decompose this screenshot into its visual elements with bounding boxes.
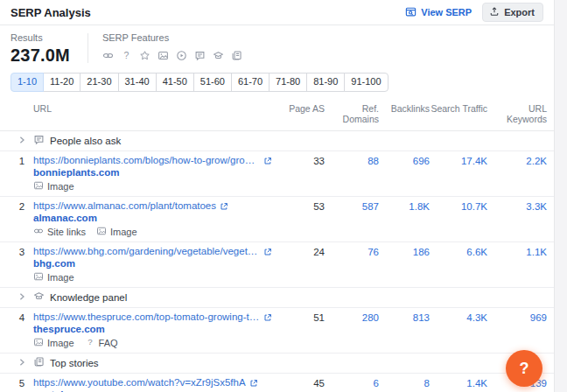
pagination-tab-81-90[interactable]: 81-90 bbox=[306, 73, 345, 92]
metric-page-as: 45 bbox=[281, 377, 325, 389]
serp-feature-row[interactable]: Knowledge panel bbox=[0, 288, 554, 308]
url-cell: https://www.thespruce.com/top-tomato-gro… bbox=[33, 312, 281, 349]
pagination-tab-61-70[interactable]: 61-70 bbox=[231, 73, 270, 92]
column-header-url-keywords: URL Keywords bbox=[487, 103, 547, 124]
feature-tag: Image bbox=[96, 226, 137, 238]
serp-feature-cell: People also ask bbox=[33, 134, 281, 148]
pagination-tab-1-10[interactable]: 1-10 bbox=[10, 73, 44, 92]
url-text[interactable]: https://www.almanac.com/plant/tomatoes bbox=[33, 200, 216, 212]
metric-backlinks[interactable]: 813 bbox=[379, 312, 430, 324]
metric-ref-domains[interactable]: 280 bbox=[325, 312, 379, 324]
external-link-icon[interactable] bbox=[263, 313, 272, 322]
domain-link[interactable]: bonnieplants.com bbox=[33, 167, 272, 178]
panel-header: SERP Analysis View SERP bbox=[0, 0, 554, 25]
external-link-icon[interactable] bbox=[249, 379, 258, 388]
knowledge-panel-icon bbox=[213, 50, 224, 61]
help-button[interactable]: ? bbox=[506, 350, 542, 387]
url-link[interactable]: https://www.almanac.com/plant/tomatoes bbox=[33, 200, 272, 212]
image-icon bbox=[33, 337, 44, 349]
faq-icon: ? bbox=[121, 50, 132, 61]
table-row: 3https://www.bhg.com/gardening/vegetable… bbox=[0, 242, 554, 288]
chevron-right-icon[interactable] bbox=[10, 134, 33, 144]
metric-backlinks[interactable]: 186 bbox=[379, 246, 430, 258]
people-also-ask-icon bbox=[194, 50, 206, 61]
table-row: 4https://www.thespruce.com/top-tomato-gr… bbox=[0, 308, 554, 354]
url-text[interactable]: https://www.thespruce.com/top-tomato-gro… bbox=[33, 312, 260, 323]
chevron-right-icon[interactable] bbox=[10, 290, 33, 301]
feature-tag: Image bbox=[33, 337, 74, 349]
pagination-tab-31-40[interactable]: 31-40 bbox=[118, 73, 157, 92]
url-link[interactable]: https://www.thespruce.com/top-tomato-gro… bbox=[33, 312, 272, 323]
metric-search-traffic[interactable]: 10.7K bbox=[430, 200, 487, 213]
metric-backlinks[interactable]: 8 bbox=[379, 377, 430, 389]
pagination-tab-41-50[interactable]: 41-50 bbox=[156, 73, 194, 92]
chevron-right-icon[interactable] bbox=[10, 356, 33, 367]
results-value: 237.0M bbox=[10, 46, 70, 65]
metric-ref-domains[interactable]: 587 bbox=[325, 200, 379, 213]
pagination-tab-51-60[interactable]: 51-60 bbox=[193, 73, 232, 92]
view-serp-link[interactable]: View SERP bbox=[405, 6, 472, 19]
metric-url-keywords[interactable]: 3.3K bbox=[487, 200, 547, 213]
domain-link[interactable]: thespruce.com bbox=[33, 324, 272, 335]
domain-link[interactable]: bhg.com bbox=[33, 258, 272, 270]
export-label: Export bbox=[504, 7, 535, 18]
serp-features-block: SERP Features ? bbox=[102, 32, 242, 65]
column-header-search-traffic: Search Traffic bbox=[430, 103, 487, 114]
results-block: Results 237.0M bbox=[10, 32, 70, 65]
pagination-tab-21-30[interactable]: 21-30 bbox=[80, 73, 118, 92]
serp-feature-row[interactable]: Top stories bbox=[0, 354, 554, 374]
serp-features-icon-row: ? bbox=[102, 50, 242, 61]
view-serp-label: View SERP bbox=[421, 7, 472, 18]
external-link-icon[interactable] bbox=[263, 248, 272, 256]
metric-url-keywords[interactable]: 1.1K bbox=[487, 246, 547, 258]
metric-backlinks[interactable]: 696 bbox=[379, 155, 430, 167]
pagination-tab-71-80[interactable]: 71-80 bbox=[269, 73, 307, 92]
export-button[interactable]: Export bbox=[482, 3, 543, 22]
metric-ref-domains[interactable]: 6 bbox=[325, 377, 379, 389]
table-body: People also ask1https://bonnieplants.com… bbox=[0, 131, 554, 392]
knowledge-panel-icon bbox=[33, 290, 45, 304]
metric-search-traffic[interactable]: 4.3K bbox=[430, 312, 487, 324]
external-link-icon[interactable] bbox=[263, 157, 272, 165]
image-icon bbox=[96, 226, 107, 238]
feature-tag-label: Image bbox=[47, 338, 74, 348]
metric-search-traffic[interactable]: 6.6K bbox=[430, 246, 487, 258]
row-number: 4 bbox=[10, 312, 33, 324]
serp-analysis-panel: SERP Analysis View SERP bbox=[0, 0, 555, 392]
metric-search-traffic[interactable]: 1.4K bbox=[430, 377, 487, 389]
serp-feature-label: People also ask bbox=[50, 135, 121, 147]
sitelinks-icon bbox=[102, 50, 114, 61]
metric-ref-domains[interactable]: 76 bbox=[325, 246, 379, 258]
domain-link[interactable]: almanac.com bbox=[33, 213, 272, 224]
metric-page-as: 53 bbox=[281, 200, 325, 213]
url-text[interactable]: https://bonnieplants.com/blogs/how-to-gr… bbox=[33, 155, 260, 166]
serp-feature-cell: Knowledge panel bbox=[33, 290, 281, 304]
summary-divider bbox=[88, 33, 88, 63]
feature-tag-label: Image bbox=[110, 227, 137, 237]
serp-feature-cell: Top stories bbox=[33, 356, 281, 370]
pagination-tab-91-100[interactable]: 91-100 bbox=[344, 73, 388, 92]
metric-page-as: 33 bbox=[281, 155, 325, 167]
metric-backlinks[interactable]: 1.8K bbox=[379, 200, 430, 213]
pagination-tab-11-20[interactable]: 11-20 bbox=[43, 73, 80, 92]
url-text[interactable]: https://www.bhg.com/gardening/vegetable/… bbox=[33, 246, 260, 257]
serp-feature-row[interactable]: People also ask bbox=[0, 131, 554, 151]
url-link[interactable]: https://www.youtube.com/watch?v=xZr9jSx5… bbox=[33, 377, 272, 388]
feature-tag-label: Site links bbox=[47, 227, 86, 237]
metric-search-traffic[interactable]: 17.4K bbox=[430, 155, 487, 167]
url-cell: https://bonnieplants.com/blogs/how-to-gr… bbox=[33, 155, 281, 192]
row-number: 3 bbox=[10, 246, 33, 258]
url-link[interactable]: https://www.bhg.com/gardening/vegetable/… bbox=[33, 246, 272, 257]
url-link[interactable]: https://bonnieplants.com/blogs/how-to-gr… bbox=[33, 155, 272, 166]
faq-icon: ? bbox=[85, 337, 95, 349]
external-link-icon[interactable] bbox=[220, 202, 228, 211]
metric-ref-domains[interactable]: 88 bbox=[325, 155, 379, 167]
metric-url-keywords[interactable]: 969 bbox=[487, 312, 547, 324]
view-serp-icon bbox=[405, 6, 416, 19]
summary-section: Results 237.0M SERP Features ? bbox=[0, 25, 554, 65]
metric-page-as: 51 bbox=[281, 312, 325, 324]
position-pagination: 1-1011-2021-3031-4041-5051-6061-7071-808… bbox=[10, 73, 388, 92]
url-text[interactable]: https://www.youtube.com/watch?v=xZr9jSx5… bbox=[33, 377, 246, 388]
metric-url-keywords[interactable]: 2.2K bbox=[487, 155, 547, 167]
image-icon bbox=[158, 50, 169, 61]
